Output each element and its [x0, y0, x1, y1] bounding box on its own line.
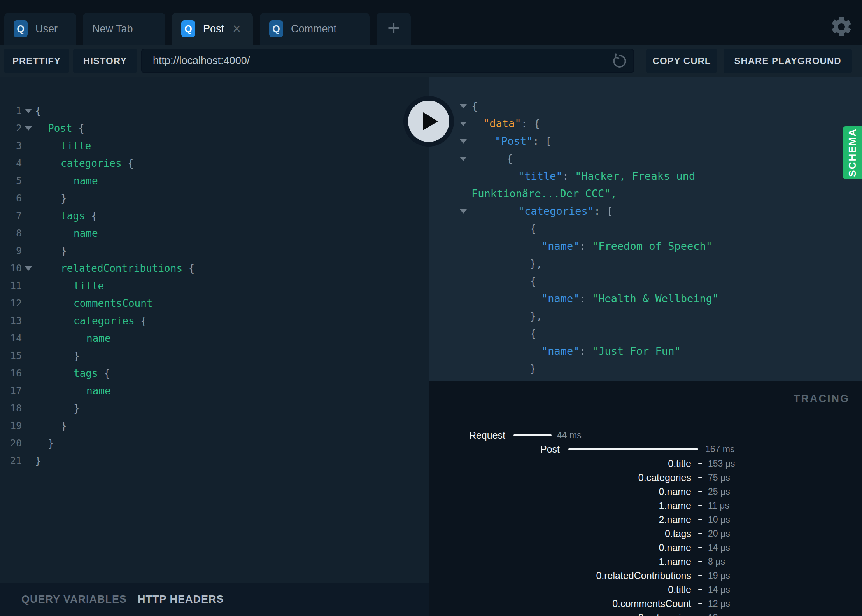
- tracing-panel: TRACING Request44 msPost167 ms0.title153…: [429, 381, 862, 616]
- trace-duration: 20 μs: [708, 527, 730, 541]
- schema-side-tab[interactable]: SCHEMA: [843, 126, 862, 179]
- response-line: "categories": [: [429, 202, 862, 220]
- query-variables-tab[interactable]: QUERY VARIABLES: [21, 593, 127, 606]
- trace-label: 0.title: [668, 457, 691, 471]
- trace-label: 0.tags: [665, 527, 691, 541]
- line-number: 16: [0, 368, 22, 379]
- query-line: 4categories {: [0, 154, 429, 172]
- execute-query-button[interactable]: [403, 96, 454, 147]
- trace-duration: 25 μs: [708, 485, 730, 499]
- response-line: {: [429, 272, 862, 290]
- response-line: ]: [429, 377, 862, 381]
- plus-icon: +: [387, 17, 400, 39]
- trace-duration: 14 μs: [708, 583, 730, 597]
- code-text: name: [22, 175, 98, 187]
- code-text: Funktionäre...Der CCC",: [429, 187, 617, 200]
- trace-duration: 14 μs: [708, 541, 730, 555]
- endpoint-input[interactable]: http://localhost:4000/: [141, 49, 634, 73]
- trace-duration: 153 μs: [708, 457, 735, 471]
- http-headers-tab[interactable]: HTTP HEADERS: [138, 593, 224, 606]
- query-line: 2Post {: [0, 119, 429, 137]
- trace-bar: [698, 575, 702, 576]
- code-text: name: [22, 385, 111, 397]
- line-number: 14: [0, 332, 22, 344]
- history-button[interactable]: HISTORY: [73, 49, 137, 73]
- code-text: }: [22, 350, 80, 362]
- trace-row-0-title: 0.title153 μs: [429, 457, 862, 471]
- response-viewer: {"data": {"Post": [{"title": "Hacker, Fr…: [429, 77, 862, 381]
- response-line: "title": "Hacker, Freaks und: [429, 167, 862, 185]
- response-line: {: [429, 150, 862, 167]
- toolbar: PRETTIFY HISTORY http://localhost:4000/ …: [0, 45, 862, 77]
- share-playground-button[interactable]: SHARE PLAYGROUND: [724, 49, 852, 73]
- trace-row-1-name: 1.name11 μs: [429, 499, 862, 513]
- query-line: 15}: [0, 347, 429, 364]
- trace-bar: [698, 603, 702, 604]
- code-text: }: [429, 362, 536, 374]
- line-number: 9: [0, 245, 22, 256]
- trace-bar: [698, 477, 702, 478]
- fold-arrow-icon[interactable]: [25, 126, 32, 131]
- query-line: 10relatedContributions {: [0, 259, 429, 277]
- tracing-panel-title[interactable]: TRACING: [794, 393, 850, 405]
- line-number: 11: [0, 280, 22, 291]
- code-text: }: [22, 402, 80, 414]
- query-line: 21}: [0, 452, 429, 469]
- query-line: 18}: [0, 399, 429, 417]
- prettify-button[interactable]: PRETTIFY: [4, 49, 69, 73]
- fold-arrow-icon[interactable]: [460, 122, 467, 126]
- fold-arrow-icon[interactable]: [25, 109, 32, 113]
- response-line: "data": {: [429, 115, 862, 132]
- graphql-playground-window: QUserNew TabQPost×QComment+ PRETTIFY HIS…: [0, 0, 862, 616]
- query-badge: Q: [14, 20, 28, 37]
- line-number: 13: [0, 315, 22, 326]
- trace-label: 0.categories: [638, 471, 691, 485]
- line-number: 18: [0, 402, 22, 414]
- tab-label: Comment: [291, 23, 336, 35]
- trace-duration: 12 μs: [708, 597, 730, 611]
- fold-arrow-icon[interactable]: [460, 139, 467, 144]
- query-line: 16tags {: [0, 364, 429, 382]
- fold-arrow-icon[interactable]: [25, 266, 32, 271]
- new-tab-button[interactable]: +: [377, 13, 411, 45]
- trace-row-0-name: 0.name25 μs: [429, 485, 862, 499]
- code-text: "name": "Health & Wellbeing": [429, 292, 718, 304]
- query-line: 5name: [0, 172, 429, 189]
- fold-arrow-icon[interactable]: [460, 209, 467, 214]
- trace-bar: [698, 533, 702, 534]
- code-text: }: [22, 420, 67, 432]
- tab-new-tab[interactable]: New Tab: [83, 13, 165, 45]
- trace-duration: 13 μs: [708, 611, 730, 616]
- response-line: },: [429, 307, 862, 325]
- code-text: }: [22, 455, 41, 467]
- code-text: }: [22, 192, 67, 204]
- response-line: {: [429, 220, 862, 237]
- tab-comment[interactable]: QComment: [260, 13, 370, 45]
- settings-gear-icon[interactable]: [829, 15, 853, 39]
- query-editor[interactable]: 1{2Post {3title4categories {5name6}7tags…: [0, 77, 429, 616]
- tab-user[interactable]: QUser: [4, 13, 76, 45]
- trace-label: 0.name: [659, 485, 691, 499]
- fold-arrow-icon[interactable]: [460, 157, 467, 161]
- line-number: 2: [0, 122, 22, 134]
- trace-bar: [698, 547, 702, 548]
- code-text: "categories": [: [429, 205, 613, 217]
- trace-label: 1.name: [659, 499, 691, 513]
- trace-bar: [698, 561, 702, 562]
- code-text: "name": "Freedom of Speech": [429, 240, 712, 252]
- tab-label: New Tab: [92, 23, 133, 35]
- trace-label: 0.name: [659, 541, 691, 555]
- trace-bar: [698, 589, 702, 590]
- copy-curl-button[interactable]: COPY CURL: [646, 49, 717, 73]
- trace-row-1-name: 1.name8 μs: [429, 555, 862, 569]
- fold-arrow-icon[interactable]: [460, 104, 467, 108]
- reload-schema-icon[interactable]: [611, 52, 629, 70]
- tab-bar: QUserNew TabQPost×QComment+: [0, 0, 862, 45]
- response-line: "name": "Health & Wellbeing": [429, 290, 862, 307]
- tab-post[interactable]: QPost×: [172, 13, 253, 45]
- close-tab-icon[interactable]: ×: [233, 22, 241, 36]
- code-text: tags {: [22, 210, 97, 222]
- code-text: title: [22, 140, 91, 152]
- code-text: title: [22, 280, 104, 292]
- trace-bar: [698, 519, 702, 520]
